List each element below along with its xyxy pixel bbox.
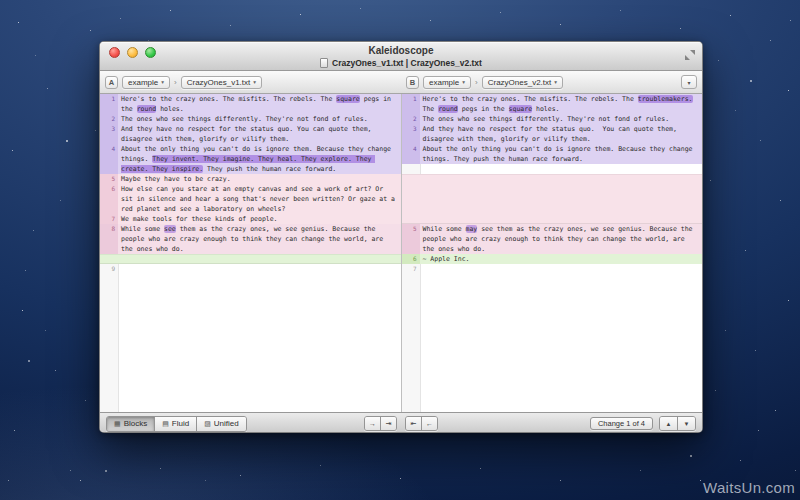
diff-line: 6~ Apple Inc. xyxy=(402,254,703,264)
diff-line: 3And they have no respect for the status… xyxy=(402,124,703,144)
minimize-button[interactable] xyxy=(127,47,138,58)
window-controls xyxy=(109,47,156,58)
view-mode-label: Unified xyxy=(214,419,239,428)
line-number: 8 xyxy=(100,224,118,254)
chevron-down-icon: ▾ xyxy=(253,79,256,85)
fullscreen-icon[interactable] xyxy=(685,50,695,60)
watermark: WaitsUn.com xyxy=(703,479,795,496)
kaleidoscope-window: Kaleidoscope CrazyOnes_v1.txt | CrazyOne… xyxy=(99,41,703,433)
diff-block-deleted: 5Maybe they have to be crazy.6How else c… xyxy=(100,174,401,224)
line-text xyxy=(118,264,401,274)
fluid-icon: ▤ xyxy=(162,420,169,428)
line-number: 6 xyxy=(402,254,420,264)
view-mode-blocks[interactable]: ▦ Blocks xyxy=(107,417,155,431)
view-mode-unified[interactable]: ▨ Unified xyxy=(197,417,246,431)
change-label: Change 1 of 4 xyxy=(598,419,645,428)
diff-token: see xyxy=(164,225,176,233)
bottom-toolbar: ▦ Blocks ▤ Fluid ▨ Unified → ⇥ ⇤ xyxy=(100,412,702,433)
folder-a-label: example xyxy=(128,78,158,87)
line-number: 7 xyxy=(100,214,118,224)
diff-line: 1Here's to the crazy ones. The misfits. … xyxy=(100,94,401,114)
diff-line: 2The ones who see things differently. Th… xyxy=(402,114,703,124)
line-text: While some may see them as the crazy one… xyxy=(420,224,703,254)
desktop: Kaleidoscope CrazyOnes_v1.txt | CrazyOne… xyxy=(0,0,800,500)
line-number: 9 xyxy=(100,264,118,274)
file-toolbar: A example ▾ › CrazyOnes_v1.txt ▾ B examp… xyxy=(100,71,702,94)
line-text: While some see them as the crazy ones, w… xyxy=(118,224,401,254)
line-text: And they have no respect for the status … xyxy=(420,124,703,144)
merge-right-all-button[interactable]: ⇥ xyxy=(381,417,396,430)
folder-dropdown-b[interactable]: example ▾ xyxy=(423,76,471,89)
merge-right-button[interactable]: → xyxy=(365,417,381,430)
merge-controls: → ⇥ ⇤ ← xyxy=(364,416,438,431)
file-list-popover-button[interactable]: ▾ xyxy=(681,75,697,89)
line-number: 1 xyxy=(402,94,420,114)
diff-block-filler xyxy=(402,164,703,174)
chevron-down-icon: ▾ xyxy=(554,79,557,85)
line-text: The ones who see things differently. The… xyxy=(118,114,401,124)
line-number: 7 xyxy=(402,264,420,274)
line-number: 5 xyxy=(100,174,118,184)
line-number: 6 xyxy=(100,184,118,214)
titlebar[interactable]: Kaleidoscope CrazyOnes_v1.txt | CrazyOne… xyxy=(100,42,702,71)
diff-token: round xyxy=(137,105,157,113)
line-text: Here's to the crazy ones. The misfits. T… xyxy=(118,94,401,114)
document-proxy[interactable]: CrazyOnes_v1.txt | CrazyOnes_v2.txt xyxy=(100,57,702,69)
file-a-breadcrumb: A example ▾ › CrazyOnes_v1.txt ▾ xyxy=(100,76,401,89)
file-b-badge[interactable]: B xyxy=(406,76,419,89)
diff-line: 8While some see them as the crazy ones, … xyxy=(100,224,401,254)
diff-line: 4About the only thing you can't do is ig… xyxy=(100,144,401,174)
diff-block-filler-added xyxy=(100,254,401,264)
starfield-bright xyxy=(0,0,2,2)
diff-block-filler-deleted xyxy=(402,174,703,224)
zoom-button[interactable] xyxy=(145,47,156,58)
line-text: We make tools for these kinds of people. xyxy=(118,214,401,224)
chevron-down-icon: ▾ xyxy=(462,79,465,85)
view-mode-fluid[interactable]: ▤ Fluid xyxy=(155,417,197,431)
diff-block-same: 9 xyxy=(100,264,401,274)
pane-a: 1Here's to the crazy ones. The misfits. … xyxy=(100,94,401,412)
file-a-badge[interactable]: A xyxy=(105,76,118,89)
file-dropdown-b[interactable]: CrazyOnes_v2.txt ▾ xyxy=(482,76,563,89)
file-b-label: CrazyOnes_v2.txt xyxy=(488,78,552,87)
folder-b-label: example xyxy=(429,78,459,87)
previous-change-button[interactable]: ▲ xyxy=(660,417,678,430)
diff-line: 9 xyxy=(100,264,401,274)
diff-content: 1Here's to the crazy ones. The misfits. … xyxy=(100,94,702,412)
breadcrumb-separator: › xyxy=(475,78,478,87)
file-dropdown-a[interactable]: CrazyOnes_v1.txt ▾ xyxy=(181,76,262,89)
diff-block-same: 7 xyxy=(402,264,703,274)
line-number: 5 xyxy=(402,224,420,254)
diff-token: round xyxy=(438,105,458,113)
file-a-label: CrazyOnes_v1.txt xyxy=(187,78,251,87)
change-selector[interactable]: Change 1 of 4 xyxy=(590,417,653,430)
breadcrumb-separator: › xyxy=(174,78,177,87)
unified-icon: ▨ xyxy=(204,420,211,428)
line-text: Here's to the crazy ones. The misfits. T… xyxy=(420,94,703,114)
document-icon xyxy=(320,58,328,68)
line-number: 2 xyxy=(100,114,118,124)
line-number: 3 xyxy=(100,124,118,144)
line-number: 2 xyxy=(402,114,420,124)
diff-block-added: 6~ Apple Inc. xyxy=(402,254,703,264)
diff-line: 1Here's to the crazy ones. The misfits. … xyxy=(402,94,703,114)
view-mode-switcher: ▦ Blocks ▤ Fluid ▨ Unified xyxy=(106,416,247,432)
merge-left-group: ⇤ ← xyxy=(405,416,438,431)
diff-line: 5Maybe they have to be crazy. xyxy=(100,174,401,184)
line-text: ~ Apple Inc. xyxy=(420,254,703,264)
line-number: 4 xyxy=(100,144,118,174)
diff-token: square xyxy=(509,105,532,113)
merge-left-button[interactable]: ← xyxy=(422,417,437,430)
diff-line: 7 xyxy=(402,264,703,274)
folder-dropdown-a[interactable]: example ▾ xyxy=(122,76,170,89)
window-title: Kaleidoscope xyxy=(100,42,702,57)
diff-token: troublemakers. xyxy=(638,95,693,103)
next-change-button[interactable]: ▼ xyxy=(678,417,695,430)
diff-block-changed-alt: 5While some may see them as the crazy on… xyxy=(402,224,703,254)
merge-left-all-button[interactable]: ⇤ xyxy=(406,417,422,430)
pane-b: 1Here's to the crazy ones. The misfits. … xyxy=(401,94,703,412)
line-number: 3 xyxy=(402,124,420,144)
view-mode-label: Fluid xyxy=(172,419,189,428)
close-button[interactable] xyxy=(109,47,120,58)
diff-block-changed: 1Here's to the crazy ones. The misfits. … xyxy=(100,94,401,174)
